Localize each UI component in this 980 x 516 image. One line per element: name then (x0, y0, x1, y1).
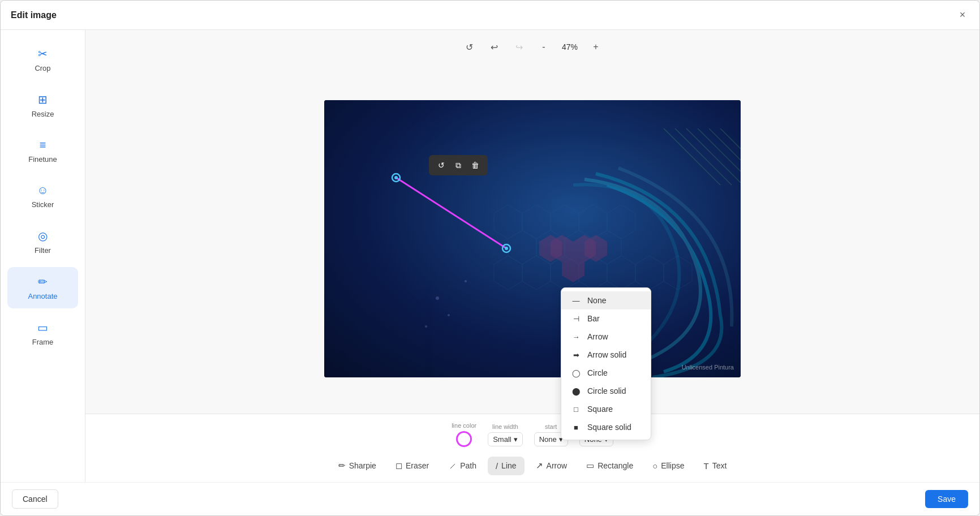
line-color-label: line color (452, 422, 476, 429)
dropdown-label-square_solid: Square solid (587, 423, 631, 432)
none-icon: — (570, 296, 582, 305)
end-type-dropdown-menu: — None ⊣ Bar → Arrow ➡ Arrow solid ◯ Cir… (561, 287, 651, 440)
line-width-label: line width (492, 423, 518, 430)
sidebar-label-finetune: Finetune (28, 155, 57, 164)
dropdown-item-square[interactable]: □ Square (561, 400, 651, 418)
svg-line-21 (664, 128, 720, 185)
dropdown-label-circle: Circle (587, 368, 608, 377)
tool-btn-text[interactable]: T Text (696, 457, 735, 475)
svg-line-26 (720, 128, 741, 149)
dropdown-label-square: Square (587, 405, 613, 414)
svg-marker-0 (494, 205, 522, 239)
svg-line-24 (698, 128, 741, 171)
sidebar-item-finetune[interactable]: ≡ Finetune (7, 131, 78, 171)
dropdown-item-circle[interactable]: ◯ Circle (561, 364, 651, 382)
path-tool-icon: ⟋ (448, 461, 457, 471)
svg-marker-14 (635, 256, 664, 290)
tool-btn-path[interactable]: ⟋ Path (440, 457, 484, 475)
svg-marker-1 (522, 205, 551, 239)
content-area: ↺ ↩ ↪ - 47% + (85, 30, 979, 482)
zoom-level: 47% (558, 42, 581, 51)
bottom-controls: line color line width Small ▾ start No (85, 414, 979, 482)
sidebar-item-sticker[interactable]: ☺ Sticker (7, 176, 78, 217)
copy-annotation-button[interactable]: ⧉ (450, 157, 466, 173)
svg-point-30 (465, 280, 467, 282)
svg-point-27 (436, 296, 439, 300)
line-width-chevron: ▾ (514, 435, 518, 444)
dropdown-item-arrow_solid[interactable]: ➡ Arrow solid (561, 346, 651, 364)
dropdown-label-circle_solid: Circle solid (587, 386, 626, 395)
save-button[interactable]: Save (925, 490, 968, 508)
resize-icon: ⊞ (38, 93, 48, 106)
tool-btn-ellipse[interactable]: ○ Ellipse (644, 457, 692, 475)
arrow-tool-icon: ↗ (536, 461, 543, 471)
delete-annotation-button[interactable]: 🗑 (467, 157, 483, 173)
line-color-group: line color (452, 422, 476, 447)
close-button[interactable]: × (956, 8, 969, 22)
dropdown-item-square_solid[interactable]: ■ Square solid (561, 418, 651, 436)
svg-line-23 (686, 128, 741, 183)
svg-marker-2 (551, 205, 579, 239)
tool-btn-rectangle[interactable]: ▭ Rectangle (578, 456, 641, 475)
redo-button[interactable]: ↪ (509, 37, 529, 57)
start-value: None (539, 435, 557, 444)
svg-point-28 (448, 314, 450, 316)
sharpie-tool-icon: ✏ (338, 461, 346, 471)
annotation-float-toolbar: ↺ ⧉ 🗑 (429, 155, 488, 175)
tool-btn-sharpie[interactable]: ✏ Sharpie (330, 456, 384, 475)
top-toolbar: ↺ ↩ ↪ - 47% + (452, 30, 613, 64)
circle-icon: ◯ (570, 369, 582, 377)
tool-btn-arrow[interactable]: ↗ Arrow (528, 456, 575, 475)
rotate-annotation-button[interactable]: ↺ (433, 157, 449, 173)
svg-point-29 (425, 325, 427, 328)
canvas-container: ↺ ⧉ 🗑 (85, 64, 979, 414)
sidebar-label-sticker: Sticker (32, 200, 54, 209)
hex-overlay (324, 100, 741, 377)
reset-button[interactable]: ↺ (459, 37, 479, 57)
cancel-button[interactable]: Cancel (12, 489, 58, 509)
svg-line-22 (675, 128, 732, 185)
svg-marker-5 (508, 230, 536, 264)
line-width-value: Small (493, 435, 512, 444)
tool-label-sharpie: Sharpie (349, 461, 376, 470)
sidebar-item-resize[interactable]: ⊞ Resize (7, 85, 78, 126)
undo-button[interactable]: ↩ (484, 37, 504, 57)
sidebar-label-resize: Resize (32, 110, 54, 118)
tool-btn-eraser[interactable]: ◻ Eraser (388, 456, 437, 475)
sidebar-item-filter[interactable]: ◎ Filter (7, 221, 78, 263)
title-bar: Edit image × (1, 1, 979, 30)
dropdown-item-arrow[interactable]: → Arrow (561, 328, 651, 346)
sidebar-item-crop[interactable]: ✂ Crop (7, 39, 78, 80)
sidebar-label-filter: Filter (35, 246, 51, 255)
sidebar-label-annotate: Annotate (28, 292, 57, 300)
frame-icon: ▭ (37, 321, 48, 334)
dropdown-label-arrow_solid: Arrow solid (587, 350, 626, 359)
sidebar-item-annotate[interactable]: ✏ Annotate (7, 267, 78, 308)
finetune-icon: ≡ (40, 139, 46, 152)
dropdown-item-none[interactable]: — None (561, 291, 651, 309)
sidebar-item-frame[interactable]: ▭ Frame (7, 313, 78, 354)
arrow-icon: → (570, 333, 582, 341)
zoom-plus-button[interactable]: + (586, 37, 606, 57)
zoom-minus-button[interactable]: - (534, 37, 554, 57)
svg-marker-3 (579, 205, 607, 239)
main-area: ✂ Crop ⊞ Resize ≡ Finetune ☺ Sticker ◎ F… (1, 30, 979, 482)
canvas-image[interactable]: ↺ ⧉ 🗑 (324, 100, 741, 377)
sticker-icon: ☺ (37, 184, 48, 197)
sidebar-label-frame: Frame (32, 338, 54, 346)
dropdown-label-bar: Bar (587, 314, 600, 323)
watermark: Unlicensed Pintura (682, 364, 734, 371)
line-color-picker[interactable] (456, 431, 472, 447)
line-tool-icon: / (496, 461, 498, 471)
line-width-dropdown[interactable]: Small ▾ (488, 432, 523, 446)
tool-btn-line[interactable]: / Line (488, 457, 525, 475)
filter-icon: ◎ (38, 229, 48, 243)
circle_solid-icon: ⬤ (570, 387, 582, 395)
dropdown-item-bar[interactable]: ⊣ Bar (561, 309, 651, 328)
tool-label-text: Text (712, 461, 727, 470)
crop-icon: ✂ (38, 47, 48, 61)
eraser-tool-icon: ◻ (396, 461, 402, 471)
dropdown-item-circle_solid[interactable]: ⬤ Circle solid (561, 382, 651, 400)
tool-label-eraser: Eraser (406, 461, 429, 470)
arrow_solid-icon: ➡ (570, 351, 582, 359)
